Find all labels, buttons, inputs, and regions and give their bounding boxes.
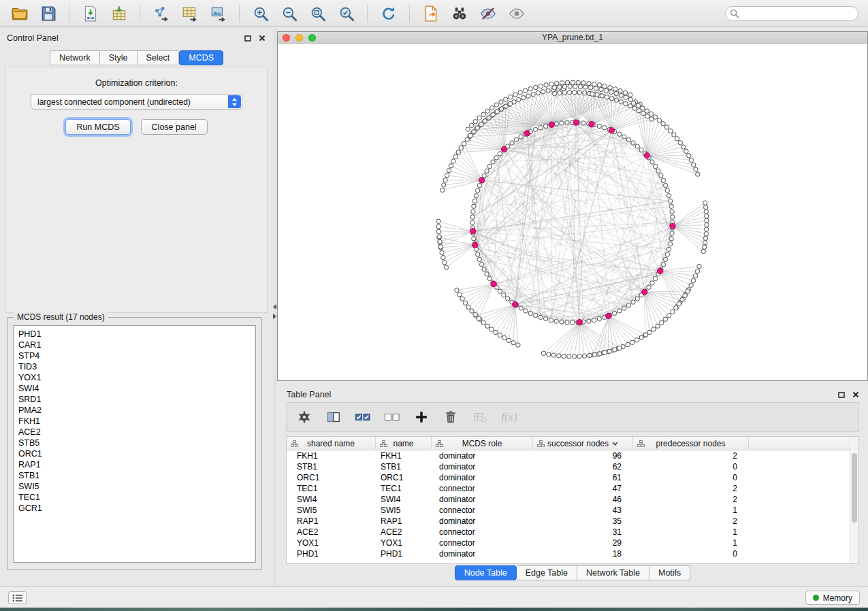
graph-node[interactable]: [674, 306, 678, 310]
column-header-successor-nodes[interactable]: successor nodes: [533, 437, 633, 450]
graph-node[interactable]: [617, 132, 622, 136]
graph-node[interactable]: [558, 91, 562, 95]
graph-node[interactable]: [663, 183, 667, 187]
graph-node[interactable]: [491, 160, 495, 164]
graph-node[interactable]: [626, 137, 630, 142]
delete-column-icon[interactable]: [441, 408, 460, 427]
graph-node[interactable]: [609, 128, 614, 133]
graph-node[interactable]: [560, 81, 564, 85]
table-row[interactable]: SWI5SWI5connector431: [287, 505, 850, 516]
graph-node[interactable]: [477, 183, 481, 187]
graph-node[interactable]: [657, 118, 661, 122]
graph-node[interactable]: [689, 158, 693, 162]
graph-node[interactable]: [703, 201, 707, 205]
graph-node[interactable]: [440, 188, 445, 192]
graph-node[interactable]: [562, 84, 566, 88]
graph-node[interactable]: [577, 90, 581, 95]
table-row[interactable]: ACE2ACE2connector311: [287, 527, 850, 538]
graph-node[interactable]: [623, 90, 627, 95]
graph-node[interactable]: [622, 135, 626, 139]
graph-node[interactable]: [472, 242, 478, 248]
graph-node[interactable]: [506, 297, 510, 301]
mcds-result-item[interactable]: SRD1: [14, 394, 255, 405]
graph-node[interactable]: [577, 319, 582, 325]
graph-node[interactable]: [605, 95, 609, 99]
graph-node[interactable]: [475, 126, 479, 130]
graph-node[interactable]: [449, 164, 453, 168]
graph-node[interactable]: [544, 124, 548, 128]
graph-node[interactable]: [460, 297, 464, 301]
graph-node[interactable]: [669, 204, 673, 208]
graph-node[interactable]: [581, 81, 585, 85]
graph-node[interactable]: [511, 341, 515, 345]
graph-node[interactable]: [697, 264, 701, 268]
graph-node[interactable]: [526, 94, 530, 98]
graph-node[interactable]: [667, 314, 671, 318]
window-zoom-button[interactable]: [308, 34, 316, 42]
graph-node[interactable]: [695, 269, 699, 273]
graph-node[interactable]: [668, 199, 672, 203]
graph-node[interactable]: [573, 120, 579, 125]
graph-node[interactable]: [635, 297, 639, 301]
graph-node[interactable]: [479, 263, 483, 267]
graph-node[interactable]: [436, 225, 440, 229]
graph-node[interactable]: [531, 93, 535, 97]
graph-node[interactable]: [438, 240, 442, 244]
unselect-all-icon[interactable]: [383, 408, 402, 427]
graph-node[interactable]: [666, 247, 671, 251]
graph-node[interactable]: [470, 229, 475, 234]
graph-node[interactable]: [504, 104, 508, 108]
export-document-icon[interactable]: [418, 3, 443, 24]
graph-node[interactable]: [597, 316, 601, 320]
graph-node[interactable]: [672, 133, 676, 137]
graph-node[interactable]: [565, 120, 569, 125]
graph-node[interactable]: [696, 172, 700, 176]
graph-node[interactable]: [590, 92, 594, 96]
graph-node[interactable]: [680, 297, 684, 301]
graph-node[interactable]: [509, 101, 513, 105]
graph-node[interactable]: [649, 112, 653, 116]
graph-node[interactable]: [675, 137, 679, 141]
graph-node[interactable]: [607, 349, 611, 353]
graph-node[interactable]: [597, 124, 601, 128]
graph-node[interactable]: [519, 135, 523, 139]
graph-node[interactable]: [626, 303, 630, 308]
graph-node[interactable]: [659, 174, 663, 178]
graph-node[interactable]: [455, 288, 459, 292]
graph-node[interactable]: [683, 293, 687, 297]
graph-node[interactable]: [441, 255, 445, 259]
graph-node[interactable]: [643, 333, 647, 337]
graph-node[interactable]: [436, 229, 440, 233]
graph-node[interactable]: [704, 205, 708, 209]
graph-node[interactable]: [442, 183, 446, 187]
mcds-result-item[interactable]: STP4: [14, 350, 255, 361]
graph-node[interactable]: [665, 188, 669, 193]
import-table-icon[interactable]: [106, 3, 131, 24]
graph-node[interactable]: [465, 137, 469, 142]
graph-node[interactable]: [544, 316, 548, 320]
graph-node[interactable]: [466, 305, 470, 309]
graph-node[interactable]: [661, 178, 665, 182]
graph-node[interactable]: [521, 96, 526, 100]
graph-node[interactable]: [463, 301, 467, 305]
graph-node[interactable]: [689, 283, 693, 287]
graph-node[interactable]: [583, 85, 588, 89]
fit-content-icon[interactable]: [305, 3, 330, 24]
graph-node[interactable]: [644, 152, 649, 158]
graph-node[interactable]: [599, 87, 603, 91]
tab-style[interactable]: Style: [100, 50, 138, 65]
graph-node[interactable]: [600, 94, 604, 98]
graph-node[interactable]: [507, 338, 511, 342]
mcds-result-item[interactable]: PHD1: [14, 329, 255, 340]
select-all-icon[interactable]: [353, 408, 372, 427]
graph-node[interactable]: [453, 154, 457, 159]
graph-node[interactable]: [517, 97, 521, 101]
table-row[interactable]: TEC1TEC1connector472: [287, 483, 850, 494]
zoom-in-icon[interactable]: [248, 3, 273, 24]
graph-node[interactable]: [573, 90, 577, 95]
graph-node[interactable]: [618, 88, 622, 93]
graph-node[interactable]: [560, 121, 564, 125]
graph-node[interactable]: [609, 97, 613, 101]
graph-node[interactable]: [565, 80, 569, 84]
scrollbar-thumb[interactable]: [852, 453, 857, 523]
